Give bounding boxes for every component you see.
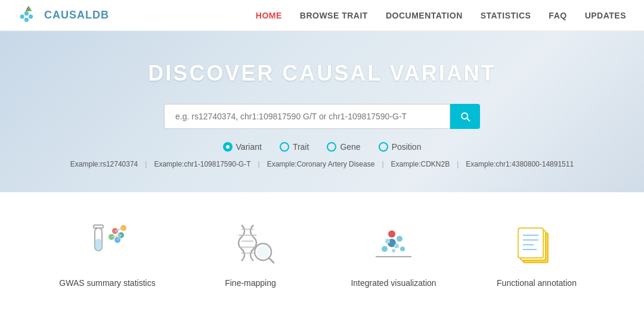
main-nav: HOME BROWSE TRAIT DOCUMENTATION STATISTI… — [256, 11, 626, 20]
radio-trait-label: Trait — [293, 142, 309, 152]
features-section: GWAS summary statistics Fine-mapping — [0, 192, 644, 306]
example-cad[interactable]: Example:Coronary Artery Disease — [267, 160, 375, 168]
radio-variant-circle — [223, 142, 233, 152]
svg-point-33 — [392, 249, 395, 253]
search-bar — [12, 104, 632, 129]
search-input[interactable] — [164, 104, 450, 129]
feature-finemapping: Fine-mapping — [191, 216, 310, 288]
svg-point-24 — [257, 246, 269, 258]
svg-point-0 — [20, 14, 24, 19]
nav-browse-trait[interactable]: BROWSE TRAIT — [300, 11, 368, 20]
svg-point-32 — [400, 247, 405, 251]
search-icon — [459, 110, 471, 122]
svg-point-2 — [29, 14, 33, 19]
gwas-icon — [80, 216, 134, 270]
svg-point-31 — [394, 244, 399, 248]
nav-faq[interactable]: FAQ — [549, 11, 566, 20]
header: CAUSALDB HOME BROWSE TRAIT DOCUMENTATION… — [0, 0, 644, 31]
radio-variant-label: Variant — [236, 142, 262, 152]
logo[interactable]: CAUSALDB — [18, 5, 109, 26]
annotation-icon — [510, 216, 564, 270]
radio-gene-label: Gene — [340, 142, 360, 152]
example-chr[interactable]: Example:chr1-109817590-G-T — [154, 160, 250, 168]
finemapping-label: Fine-mapping — [225, 278, 276, 288]
radio-trait-circle — [280, 142, 289, 152]
svg-point-3 — [24, 11, 29, 15]
finemapping-icon-wrap — [224, 216, 277, 270]
annotation-label: Functional annotation — [497, 278, 577, 288]
feature-annotation: Functional annotation — [477, 216, 596, 288]
gwas-label: GWAS summary statistics — [59, 278, 155, 288]
radio-position-label: Position — [392, 142, 422, 152]
radio-variant[interactable]: Variant — [223, 142, 262, 152]
svg-point-30 — [385, 239, 390, 244]
radio-position[interactable]: Position — [379, 142, 422, 152]
radio-position-circle — [379, 142, 388, 152]
logo-icon — [18, 5, 39, 26]
examples-row: Example:rs12740374 | Example:chr1-109817… — [12, 160, 632, 168]
nav-documentation[interactable]: DOCUMENTATION — [386, 11, 463, 20]
hero-section: DISCOVER CAUSAL VARIANT Variant Trait Ge… — [0, 31, 644, 192]
nav-home[interactable]: HOME — [256, 11, 282, 20]
search-button[interactable] — [450, 104, 480, 129]
nav-updates[interactable]: UPDATES — [585, 11, 626, 20]
finemapping-icon — [224, 216, 277, 270]
svg-line-25 — [269, 258, 274, 263]
annotation-icon-wrap — [510, 216, 564, 270]
visualization-label: Integrated visualization — [351, 278, 436, 288]
example-gene[interactable]: Example:CDKN2B — [391, 160, 450, 168]
logo-text: CAUSALDB — [44, 9, 109, 21]
svg-point-29 — [397, 236, 402, 242]
nav-statistics[interactable]: STATISTICS — [481, 11, 531, 20]
visualization-icon — [367, 216, 420, 270]
radio-gene[interactable]: Gene — [327, 142, 360, 152]
example-position[interactable]: Example:chr1:4380800-14891511 — [466, 160, 574, 168]
svg-point-1 — [24, 17, 29, 21]
svg-rect-37 — [518, 228, 543, 258]
visualization-icon-wrap — [367, 216, 420, 270]
svg-rect-8 — [95, 239, 102, 251]
feature-gwas: GWAS summary statistics — [48, 216, 167, 288]
radio-gene-circle — [327, 142, 336, 152]
hero-title: DISCOVER CAUSAL VARIANT — [12, 61, 632, 86]
example-rs[interactable]: Example:rs12740374 — [70, 160, 138, 168]
radio-trait[interactable]: Trait — [280, 142, 309, 152]
gwas-icon-wrap — [80, 216, 134, 270]
feature-visualization: Integrated visualization — [334, 216, 453, 288]
search-type-radio-group: Variant Trait Gene Position — [12, 142, 632, 152]
svg-point-34 — [388, 230, 395, 238]
svg-point-27 — [382, 246, 388, 252]
